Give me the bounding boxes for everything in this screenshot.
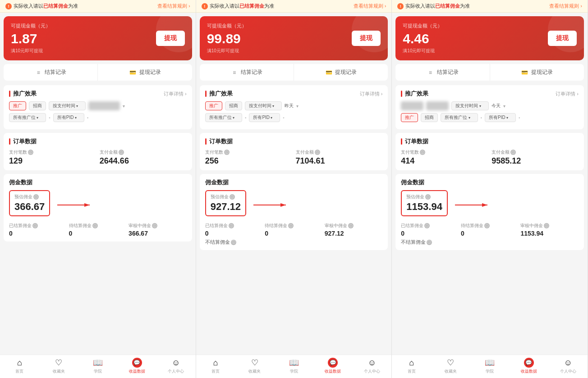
not-calculated-info-2[interactable]: ⓘ: [231, 240, 236, 245]
nav-profile-3[interactable]: ☺ 个人中心: [548, 358, 588, 374]
filter-time-3[interactable]: 按支付时间: [451, 101, 488, 110]
order-detail-link-1[interactable]: 订单详情: [164, 91, 187, 97]
nav-home-2[interactable]: ⌂ 首页: [196, 358, 235, 374]
estimated-commission-value-1: 366.67: [14, 201, 45, 213]
card-left-1: 可提现金额（元） 1.87 满10元即可提现: [11, 23, 51, 54]
nav-earnings-3[interactable]: 💬 收益数据: [510, 358, 549, 374]
estimated-info-3[interactable]: ⓘ: [425, 194, 431, 200]
notice-link-1[interactable]: 查看结算规则 ›: [157, 3, 190, 9]
earnings-icon-2: 💬: [328, 358, 338, 368]
payment-amount-info-3[interactable]: ⓘ: [510, 150, 516, 155]
bottom-nav-3: ⌂ 首页 ♡ 收藏夹 📖 学院 💬 收益数据 ☺ 个人中心: [392, 355, 588, 378]
pending-info-3[interactable]: ⓘ: [484, 223, 490, 228]
settlement-record-tab-3[interactable]: ≡ 结算记录: [395, 64, 490, 81]
blur-date-3b: [426, 101, 449, 110]
filter-pid-1[interactable]: 所有PID: [53, 113, 84, 122]
payment-count-info-3[interactable]: ⓘ: [420, 150, 425, 155]
withdraw-record-tab-2[interactable]: 💳 提现记录: [294, 64, 388, 81]
promo-title-1: 推广效果: [9, 90, 37, 98]
nav-academy-label-2: 学院: [290, 369, 298, 374]
settlement-record-tab-2[interactable]: ≡ 结算记录: [200, 64, 294, 81]
earnings-icon-3: 💬: [524, 358, 534, 368]
promo-section-3: 推广效果 订单详情 按支付时间 今天 ▾ 推广 招商 所有推广位 • 所有PID…: [395, 85, 584, 129]
pending-info-2[interactable]: ⓘ: [288, 223, 294, 228]
settlement-record-tab-1[interactable]: ≡ 结算记录: [4, 64, 98, 81]
filter-promo-3[interactable]: 推广: [401, 113, 418, 122]
withdraw-btn-1[interactable]: 提现: [156, 31, 185, 46]
payment-amount-info-2[interactable]: ⓘ: [315, 150, 320, 155]
order-detail-link-2[interactable]: 订单详情: [360, 91, 383, 97]
nav-home-3[interactable]: ⌂ 首页: [392, 358, 431, 374]
settled-info-1[interactable]: ⓘ: [32, 223, 38, 228]
review-info-2[interactable]: ⓘ: [348, 223, 354, 228]
estimated-info-1[interactable]: ⓘ: [33, 194, 39, 200]
payment-count-info-2[interactable]: ⓘ: [224, 150, 230, 155]
estimated-info-2[interactable]: ⓘ: [230, 194, 235, 200]
filter-location-3[interactable]: 所有推广位: [441, 113, 478, 122]
not-calculated-info-3[interactable]: ⓘ: [427, 240, 432, 245]
nav-home-label-2: 首页: [211, 369, 220, 374]
filter-promo-2[interactable]: 推广: [205, 101, 222, 110]
pending-value-3: 0: [461, 230, 519, 237]
nav-favorites-2[interactable]: ♡ 收藏夹: [235, 358, 274, 374]
payment-count-info-1[interactable]: ⓘ: [28, 150, 33, 155]
pending-value-1: 0: [69, 230, 127, 237]
card-subtitle-2: 满10元即可提现: [207, 48, 247, 54]
filter-recruit-1[interactable]: 招商: [29, 101, 46, 110]
nav-academy-3[interactable]: 📖 学院: [470, 358, 510, 374]
withdraw-record-tab-1[interactable]: 💳 提现记录: [98, 64, 192, 81]
review-label-1: 审核中佣金 ⓘ: [129, 223, 187, 229]
settlement-label-1: 结算记录: [45, 68, 66, 76]
arrow-container-3: [455, 200, 579, 209]
notice-text-1: 实际收入请以已结算佣金为准: [14, 3, 78, 9]
filter-location-2[interactable]: 所有推广位: [205, 113, 242, 122]
commission-section-1: 佣金数据 预估佣金 ⓘ 366.67 已结算佣金 ⓘ: [4, 174, 192, 241]
payment-amount-info-1[interactable]: ⓘ: [119, 150, 124, 155]
pending-label-1: 待结算佣金 ⓘ: [69, 223, 127, 229]
settlement-label-3: 结算记录: [437, 68, 459, 76]
settled-info-3[interactable]: ⓘ: [424, 223, 430, 228]
order-grid-2: 支付笔数 ⓘ 256 支付金额 ⓘ 7104.61: [205, 149, 383, 166]
nav-earnings-label-1: 收益数据: [129, 369, 145, 374]
arrow-container-1: [57, 200, 186, 209]
info-icon-2: !: [202, 3, 208, 9]
filter-recruit-2[interactable]: 招商: [225, 101, 242, 110]
promo-section-2: 推广效果 订单详情 推广 招商 按支付时间 昨天 ▾ 所有推广位 • 所有PID…: [200, 85, 388, 129]
card-amount-3: 4.46: [403, 31, 442, 46]
bottom-nav-1: ⌂ 首页 ♡ 收藏夹 📖 学院 💬 收益数据 ☺ 个人中心: [0, 355, 196, 378]
review-info-3[interactable]: ⓘ: [544, 223, 549, 228]
filter-time-1[interactable]: 按支付时间: [49, 101, 86, 110]
nav-academy-label-1: 学院: [94, 369, 102, 374]
nav-profile-1[interactable]: ☺ 个人中心: [156, 358, 196, 374]
review-value-2: 927.12: [325, 230, 383, 237]
filter-pid-3[interactable]: 所有PID: [485, 113, 516, 122]
commission-title-1: 佣金数据: [9, 178, 187, 187]
nav-profile-2[interactable]: ☺ 个人中心: [353, 358, 392, 374]
withdraw-btn-2[interactable]: 提现: [352, 31, 381, 46]
nav-favorites-3[interactable]: ♡ 收藏夹: [431, 358, 470, 374]
notice-link-3[interactable]: 查看结算规则 ›: [549, 3, 582, 9]
filter-pid-2[interactable]: 所有PID: [249, 113, 280, 122]
nav-earnings-2[interactable]: 💬 收益数据: [313, 358, 353, 374]
nav-profile-label-1: 个人中心: [168, 369, 184, 374]
estimated-commission-label-2: 预估佣金 ⓘ: [211, 194, 241, 200]
review-label-3: 审核中佣金 ⓘ: [520, 223, 579, 229]
notice-link-2[interactable]: 查看结算规则 ›: [354, 3, 386, 9]
order-detail-link-3[interactable]: 订单详情: [556, 91, 579, 97]
nav-academy-1[interactable]: 📖 学院: [78, 358, 117, 374]
filter-recruit-3[interactable]: 招商: [421, 113, 438, 122]
filter-location-1[interactable]: 所有推广位: [9, 113, 46, 122]
withdraw-record-tab-3[interactable]: 💳 提现记录: [490, 64, 584, 81]
review-info-1[interactable]: ⓘ: [152, 223, 157, 228]
filter-promo-1[interactable]: 推广: [9, 101, 26, 110]
review-item-3: 审核中佣金 ⓘ 1153.94: [520, 223, 579, 237]
pending-info-1[interactable]: ⓘ: [92, 223, 98, 228]
filter-time-2[interactable]: 按支付时间: [245, 101, 282, 110]
settled-info-2[interactable]: ⓘ: [229, 223, 234, 228]
withdraw-btn-3[interactable]: 提现: [548, 31, 577, 46]
nav-home-1[interactable]: ⌂ 首页: [0, 358, 39, 374]
card-amount-1: 1.87: [11, 31, 51, 46]
nav-favorites-1[interactable]: ♡ 收藏夹: [39, 358, 78, 374]
nav-academy-2[interactable]: 📖 学院: [274, 358, 313, 374]
nav-earnings-1[interactable]: 💬 收益数据: [117, 358, 156, 374]
